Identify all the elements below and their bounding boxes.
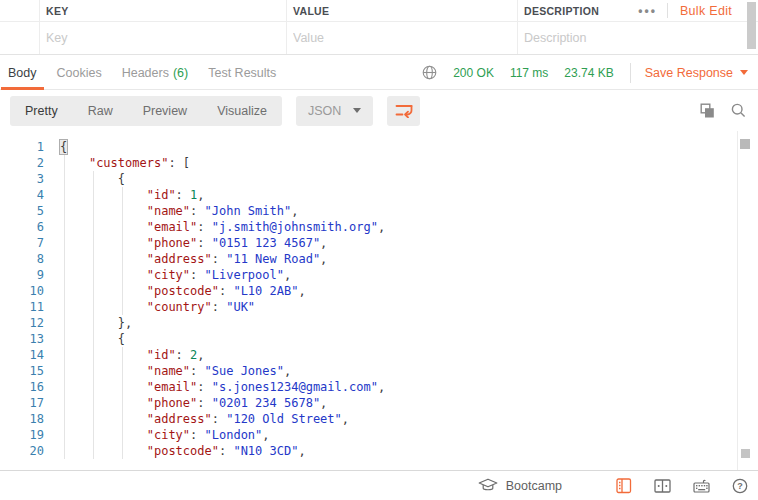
- code-line: 7 "phone": "0151 123 4567",: [0, 235, 758, 251]
- params-table-header: KEY VALUE DESCRIPTION ••• Bulk Edit: [0, 0, 758, 22]
- line-number: 7: [0, 235, 44, 251]
- line-number: 11: [0, 299, 44, 315]
- line-number: 4: [0, 187, 44, 203]
- mode-raw[interactable]: Raw: [73, 104, 128, 118]
- code-line: 5 "name": "John Smith",: [0, 203, 758, 219]
- code-line: 16 "email": "s.jones1234@gmail.com",: [0, 379, 758, 395]
- divider: [667, 3, 668, 18]
- line-number: 2: [0, 155, 44, 171]
- params-table: KEY VALUE DESCRIPTION ••• Bulk Edit: [0, 0, 758, 56]
- code-line: 17 "phone": "0201 234 5678",: [0, 395, 758, 411]
- mode-pretty[interactable]: Pretty: [10, 104, 73, 118]
- chevron-down-icon: [740, 70, 748, 75]
- line-number: 17: [0, 395, 44, 411]
- line-number: 8: [0, 251, 44, 267]
- line-number: 13: [0, 331, 44, 347]
- code-line: 8 "address": "11 New Road",: [0, 251, 758, 267]
- response-body-editor[interactable]: 1{2 "customers": [3 {4 "id": 1,5 "name":…: [0, 131, 758, 470]
- view-mode-switcher: Pretty Raw Preview Visualize: [10, 96, 282, 126]
- wrap-text-button[interactable]: [387, 96, 420, 126]
- code-line: 1{: [0, 139, 758, 155]
- code-line: 19 "city": "London",: [0, 427, 758, 443]
- bulk-edit-button[interactable]: Bulk Edit: [680, 4, 732, 18]
- code-line: 14 "id": 2,: [0, 347, 758, 363]
- changelog-panel-icon[interactable]: [616, 478, 632, 494]
- code-scrollbar-thumb[interactable]: [740, 139, 750, 149]
- code-line: 3 {: [0, 171, 758, 187]
- response-size: 23.74 KB: [564, 66, 613, 80]
- code-line: 18 "address": "120 Old Street",: [0, 411, 758, 427]
- language-select[interactable]: JSON: [296, 96, 373, 126]
- status-bar: Bootcamp: [0, 470, 758, 500]
- value-input[interactable]: [293, 31, 506, 45]
- globe-icon[interactable]: [422, 65, 437, 80]
- line-number: 18: [0, 411, 44, 427]
- code-line: 15 "name": "Sue Jones",: [0, 363, 758, 379]
- more-options-icon[interactable]: •••: [638, 4, 657, 18]
- mode-preview[interactable]: Preview: [128, 104, 202, 118]
- params-empty-row: [0, 22, 758, 55]
- two-pane-view-icon[interactable]: [654, 479, 671, 493]
- code-line: 11 "country": "UK": [0, 299, 758, 315]
- column-header-value: VALUE: [287, 0, 518, 21]
- save-response-button[interactable]: Save Response: [645, 66, 748, 80]
- response-meta: 200 OK 117 ms 23.74 KB Save Response: [422, 63, 758, 83]
- line-number: 14: [0, 347, 44, 363]
- code-line: 9 "city": "Liverpool",: [0, 267, 758, 283]
- line-number: 15: [0, 363, 44, 379]
- divider: [630, 63, 631, 83]
- params-actions: ••• Bulk Edit: [638, 3, 758, 18]
- code-line: 10 "postcode": "L10 2AB",: [0, 283, 758, 299]
- search-icon[interactable]: [731, 103, 746, 118]
- svg-text:?: ?: [737, 481, 743, 491]
- bootcamp-button[interactable]: Bootcamp: [478, 478, 562, 493]
- toolbar-right: [684, 103, 758, 119]
- tab-body[interactable]: Body: [8, 56, 37, 89]
- line-number: 19: [0, 427, 44, 443]
- code-scrollbar-corner: [741, 449, 750, 458]
- line-number: 20: [0, 443, 44, 459]
- line-number: 6: [0, 219, 44, 235]
- wrap-text-icon: [395, 103, 413, 118]
- status-badge: 200 OK: [453, 66, 494, 80]
- graduation-cap-icon: [478, 478, 498, 493]
- column-header-description: DESCRIPTION: [518, 0, 638, 21]
- help-icon[interactable]: ?: [732, 478, 748, 494]
- body-view-toolbar: Pretty Raw Preview Visualize JSON: [0, 90, 758, 131]
- column-header-key: KEY: [40, 0, 287, 21]
- line-number: 16: [0, 379, 44, 395]
- line-number: 3: [0, 171, 44, 187]
- key-input[interactable]: [46, 31, 274, 45]
- tab-cookies[interactable]: Cookies: [57, 56, 102, 89]
- row-handle-column: [0, 0, 40, 21]
- code-line: 20 "postcode": "N10 3CD",: [0, 443, 758, 459]
- tab-headers[interactable]: Headers (6): [122, 56, 189, 89]
- code-line: 4 "id": 1,: [0, 187, 758, 203]
- code-line: 13 {: [0, 331, 758, 347]
- headers-count-badge: (6): [173, 66, 188, 80]
- params-scrollbar-thumb[interactable]: [747, 2, 756, 49]
- tab-test-results[interactable]: Test Results: [208, 56, 276, 89]
- copy-icon[interactable]: [700, 103, 715, 119]
- code-lines: 1{2 "customers": [3 {4 "id": 1,5 "name":…: [0, 139, 758, 459]
- line-number: 10: [0, 283, 44, 299]
- postman-response-panel: KEY VALUE DESCRIPTION ••• Bulk Edit Body…: [0, 0, 758, 500]
- line-number: 1: [0, 139, 44, 155]
- line-number: 5: [0, 203, 44, 219]
- response-time: 117 ms: [510, 66, 548, 80]
- response-tabbar: Body Cookies Headers (6) Test Results 20…: [0, 56, 758, 90]
- mode-visualize[interactable]: Visualize: [202, 104, 282, 118]
- code-line: 6 "email": "j.smith@johnsmith.org",: [0, 219, 758, 235]
- code-line: 2 "customers": [: [0, 155, 758, 171]
- line-number: 12: [0, 315, 44, 331]
- description-input[interactable]: [524, 31, 746, 45]
- row-handle-cell: [0, 22, 40, 54]
- chevron-down-icon: [353, 108, 361, 113]
- line-number: 9: [0, 267, 44, 283]
- keyboard-shortcuts-icon[interactable]: [693, 479, 710, 493]
- code-line: 12 },: [0, 315, 758, 331]
